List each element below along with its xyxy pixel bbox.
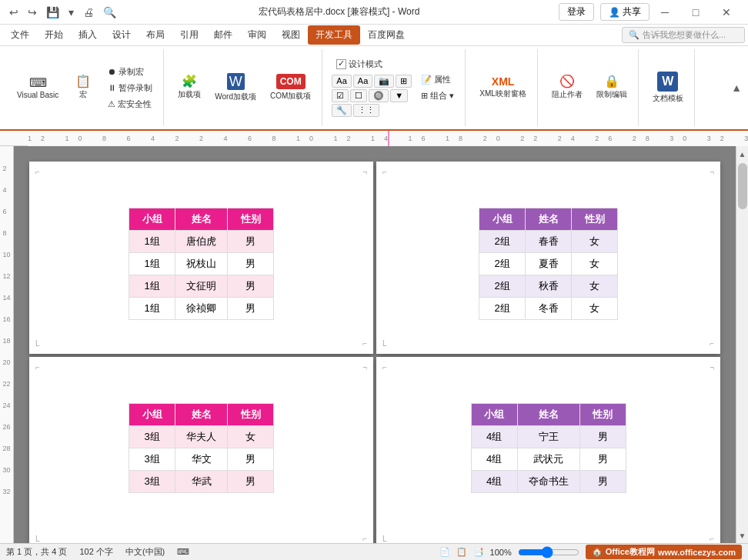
view-read-btn[interactable]: 📋 [456, 547, 467, 557]
search-icon: 🔍 [629, 30, 639, 40]
table3-row1-gender: 女 [228, 426, 274, 448]
page-3: ⌐ ¬ 小组 姓名 性别 3组 华夫人 女 3组 华文 [29, 357, 373, 543]
ctrl-btn-7[interactable]: 🔘 [369, 89, 389, 102]
table3-row1-group: 3组 [129, 426, 175, 448]
table2-row1-name: 春香 [526, 231, 572, 253]
block-authors-btn[interactable]: 🚫 阻止作者 [547, 73, 587, 102]
table2-row2-group: 2组 [479, 253, 526, 275]
redo-btn[interactable]: ↪ [25, 5, 40, 20]
undo-btn[interactable]: ↩ [6, 5, 22, 20]
corner-tl-3: ⌐ [35, 363, 40, 372]
table4-row2-name: 武状元 [517, 448, 579, 471]
ribbon-content: ⌨ Visual Basic 📋 宏 ⏺ 录制宏 ⏸ 暂停录制 ⚠ 宏安全性 代… [0, 46, 748, 129]
zoom-slider[interactable] [518, 546, 579, 558]
menu-view[interactable]: 视图 [274, 25, 308, 45]
vertical-scrollbar[interactable]: ▲ ▼ [736, 146, 748, 543]
menu-review[interactable]: 审阅 [240, 25, 274, 45]
restrict-edit-btn[interactable]: 🔒 限制编辑 [592, 73, 632, 102]
preview-btn[interactable]: 🔍 [100, 5, 119, 20]
menu-references[interactable]: 引用 [172, 25, 206, 45]
view-web-btn[interactable]: 📑 [473, 547, 484, 557]
ctrl-btn-9[interactable]: 🔧 [332, 104, 352, 117]
ctrl-btn-2[interactable]: Aa [353, 75, 372, 88]
maximize-btn[interactable]: □ [680, 0, 711, 25]
menu-home[interactable]: 开始 [37, 25, 71, 45]
table3-header-group: 小组 [129, 404, 175, 426]
corner-br-1: ⌐ [362, 339, 367, 348]
menu-baidu[interactable]: 百度网盘 [360, 25, 412, 45]
word-count: 102 个字 [79, 546, 112, 558]
signin-button[interactable]: 登录 [559, 3, 594, 21]
record-macro-btn[interactable]: ⏺ 录制宏 [103, 65, 157, 79]
scroll-up-btn[interactable]: ▲ [736, 148, 749, 160]
ctrl-btn-4[interactable]: ⊞ [396, 75, 412, 88]
share-button[interactable]: 👤 共享 [600, 3, 649, 21]
table2-row3-name: 秋香 [526, 275, 572, 298]
table3-row1-name: 华夫人 [175, 426, 228, 448]
scroll-thumb[interactable] [738, 163, 747, 209]
table2-row3-gender: 女 [572, 275, 618, 298]
design-mode-icon [336, 59, 346, 69]
macro-btn[interactable]: 📋 宏 [68, 73, 99, 102]
ctrl-btn-10[interactable]: ⋮⋮ [353, 104, 379, 117]
lock-icon: 🔒 [604, 75, 619, 88]
menu-mail[interactable]: 邮件 [206, 25, 240, 45]
table3-row3-group: 3组 [129, 471, 175, 493]
search-bar[interactable]: 🔍 告诉我您想要做什么... [622, 27, 745, 43]
ribbon-group-addins: 🧩 加载项 W Word加载项 COM COM加载项 加载项 [167, 49, 322, 126]
corner-tr-4: ¬ [710, 363, 714, 372]
input-mode-icon: ⌨ [177, 547, 189, 557]
menu-developer[interactable]: 开发工具 [308, 25, 360, 45]
view-print-btn[interactable]: 📄 [439, 547, 450, 557]
doc-template-btn[interactable]: W 文档模板 [648, 69, 688, 106]
properties-btn[interactable]: 📝 属性 [416, 72, 459, 87]
menu-insert[interactable]: 插入 [71, 25, 105, 45]
menu-design[interactable]: 设计 [105, 25, 139, 45]
table3-row2-gender: 男 [228, 448, 274, 471]
corner-br-4: ⌐ [710, 535, 714, 543]
table2-header-gender: 性别 [572, 208, 618, 231]
save-btn[interactable]: 💾 [43, 5, 62, 20]
word-addins-btn[interactable]: W Word加载项 [210, 71, 261, 105]
table1-row1-group: 1组 [129, 231, 175, 253]
table1-row3-group: 1组 [129, 275, 175, 298]
ctrl-btn-6[interactable]: ☐ [350, 89, 367, 102]
ruler-indicator [388, 131, 389, 146]
com-addins-btn[interactable]: COM COM加载项 [265, 72, 316, 104]
table1-row2-group: 1组 [129, 253, 175, 275]
design-mode-btn[interactable]: 设计模式 [332, 57, 412, 72]
combine-btn[interactable]: ⊞ 组合 ▾ [416, 88, 459, 103]
table3-row2-group: 3组 [129, 448, 175, 471]
menu-layout[interactable]: 布局 [139, 25, 172, 45]
corner-bl-2: L [382, 339, 387, 348]
minimize-btn[interactable]: ─ [649, 0, 680, 25]
ctrl-btn-3[interactable]: 📷 [374, 75, 394, 88]
corner-tl-1: ⌐ [35, 168, 40, 176]
table1-row2-gender: 男 [228, 253, 274, 275]
table1-row2-name: 祝枝山 [175, 253, 228, 275]
pause-recording-btn[interactable]: ⏸ 暂停录制 [103, 81, 157, 95]
ctrl-btn-5[interactable]: ☑ [332, 89, 349, 102]
table3-row3-gender: 男 [228, 471, 274, 493]
scroll-down-btn[interactable]: ▼ [736, 529, 749, 542]
table1-row4-gender: 男 [228, 298, 274, 320]
addins-btn[interactable]: 🧩 加载项 [173, 73, 205, 102]
visual-basic-btn[interactable]: ⌨ Visual Basic [12, 75, 63, 102]
ribbon-group-template: W 文档模板 模板 [642, 49, 695, 126]
ribbon-collapse-btn[interactable]: ▲ [731, 82, 742, 94]
corner-bl-1: L [35, 339, 40, 348]
menu-file[interactable]: 文件 [3, 25, 37, 45]
table2-row1-gender: 女 [572, 231, 618, 253]
macro-security-btn[interactable]: ⚠ 宏安全性 [103, 97, 157, 112]
ctrl-btn-1[interactable]: Aa [332, 75, 351, 88]
corner-tl-4: ⌐ [382, 363, 387, 372]
ctrl-btn-8[interactable]: ▼ [390, 89, 408, 102]
close-btn[interactable]: ✕ [711, 0, 742, 25]
window-controls: ─ □ ✕ [649, 0, 742, 25]
table1-header-gender: 性别 [228, 208, 274, 231]
customize-btn[interactable]: ▾ [65, 5, 77, 20]
table3-header-gender: 性别 [228, 404, 274, 426]
print-btn[interactable]: 🖨 [80, 5, 97, 20]
table1-row3-gender: 男 [228, 275, 274, 298]
xml-mapping-btn[interactable]: XML XML映射窗格 [475, 74, 531, 102]
